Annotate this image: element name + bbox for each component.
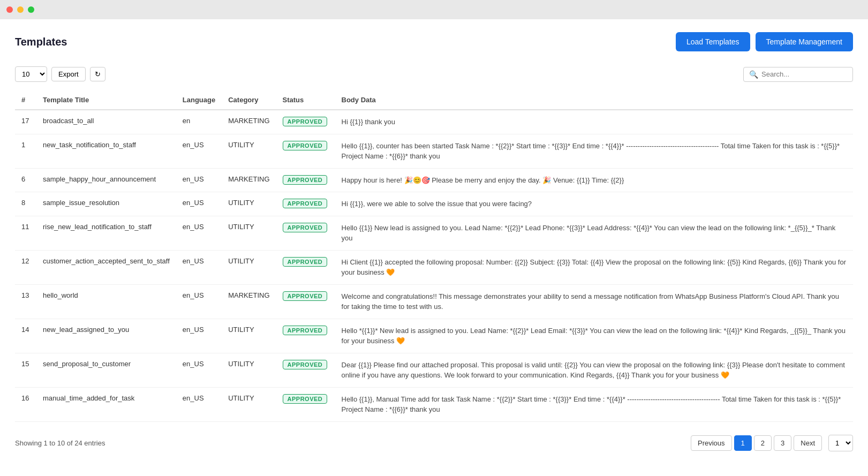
status-badge: APPROVED (283, 175, 328, 185)
table-header-row: # Template Title Language Category Statu… (15, 90, 853, 110)
col-header-language: Language (176, 90, 222, 110)
cell-language: en_US (176, 387, 222, 421)
minimize-dot[interactable] (17, 6, 24, 13)
table-row: 12customer_action_accepted_sent_to_staff… (15, 250, 853, 284)
page-3-button[interactable]: 3 (774, 435, 791, 451)
cell-num: 17 (15, 110, 36, 134)
cell-language: en_US (176, 353, 222, 387)
cell-category: UTILITY (222, 319, 276, 353)
load-templates-button[interactable]: Load Templates (676, 32, 750, 51)
cell-body: Hello {{1}}, counter has been started Ta… (335, 134, 853, 168)
cell-status: APPROVED (276, 250, 335, 284)
cell-num: 13 (15, 284, 36, 319)
status-badge: APPROVED (283, 394, 328, 404)
main-container: Templates Load Templates Template Manage… (0, 19, 868, 476)
page-2-button[interactable]: 2 (754, 435, 772, 451)
cell-category: MARKETING (222, 168, 276, 192)
status-badge: APPROVED (283, 199, 328, 208)
maximize-dot[interactable] (28, 6, 34, 13)
status-badge: APPROVED (283, 141, 328, 150)
cell-num: 8 (15, 192, 36, 216)
refresh-icon: ↻ (95, 70, 101, 78)
cell-status: APPROVED (276, 387, 335, 421)
cell-title: rise_new_lead_notification_to_staff (36, 216, 176, 250)
next-button[interactable]: Next (794, 435, 822, 451)
table-row: 15send_proposal_to_customeren_USUTILITYA… (15, 353, 853, 387)
templates-table: # Template Title Language Category Statu… (15, 90, 853, 422)
cell-category: UTILITY (222, 250, 276, 284)
cell-status: APPROVED (276, 192, 335, 216)
cell-language: en_US (176, 250, 222, 284)
cell-title: sample_happy_hour_announcement (36, 168, 176, 192)
template-management-button[interactable]: Template Management (756, 32, 853, 51)
footer: Showing 1 to 10 of 24 entries Previous 1… (15, 435, 853, 451)
cell-title: new_task_notification_to_staff (36, 134, 176, 168)
cell-category: UTILITY (222, 353, 276, 387)
cell-title: sample_issue_resolution (36, 192, 176, 216)
cell-body: Welcome and congratulations!! This messa… (335, 284, 853, 319)
export-button[interactable]: Export (51, 67, 86, 81)
page-size-select[interactable]: 1 2 3 (828, 435, 853, 451)
table-row: 1new_task_notification_to_staffen_USUTIL… (15, 134, 853, 168)
col-header-title: Template Title (36, 90, 176, 110)
status-badge: APPROVED (283, 360, 328, 369)
cell-num: 6 (15, 168, 36, 192)
cell-num: 11 (15, 216, 36, 250)
col-header-num: # (15, 90, 36, 110)
cell-body: Hi {{1}}, were we able to solve the issu… (335, 192, 853, 216)
table-row: 11rise_new_lead_notification_to_staffen_… (15, 216, 853, 250)
table-row: 16manual_time_added_for_tasken_USUTILITY… (15, 387, 853, 421)
close-dot[interactable] (6, 6, 13, 13)
table-row: 14new_lead_assigned_to_youen_USUTILITYAP… (15, 319, 853, 353)
table-row: 8sample_issue_resolutionen_USUTILITYAPPR… (15, 192, 853, 216)
status-badge: APPROVED (283, 326, 328, 335)
title-bar (0, 0, 868, 19)
table-header: # Template Title Language Category Statu… (15, 90, 853, 110)
col-header-category: Category (222, 90, 276, 110)
status-badge: APPROVED (283, 291, 328, 301)
table-row: 6sample_happy_hour_announcementen_USMARK… (15, 168, 853, 192)
toolbar: 10 25 50 100 Export ↻ 🔍 (15, 66, 853, 82)
page-header: Templates Load Templates Template Manage… (15, 32, 853, 51)
cell-body: Dear {{1}} Please find our attached prop… (335, 353, 853, 387)
col-header-status: Status (276, 90, 335, 110)
status-badge: APPROVED (283, 223, 328, 232)
cell-status: APPROVED (276, 110, 335, 134)
cell-body: Hello {{1}}, Manual Time add for task Ta… (335, 387, 853, 421)
refresh-button[interactable]: ↻ (90, 67, 105, 81)
prev-button[interactable]: Previous (691, 435, 732, 451)
cell-category: UTILITY (222, 192, 276, 216)
search-input[interactable] (761, 70, 847, 78)
cell-title: new_lead_assigned_to_you (36, 319, 176, 353)
cell-status: APPROVED (276, 216, 335, 250)
cell-title: hello_world (36, 284, 176, 319)
header-buttons: Load Templates Template Management (676, 32, 853, 51)
cell-language: en_US (176, 134, 222, 168)
pagination-container: Previous 1 2 3 Next 1 2 3 (691, 435, 853, 451)
cell-num: 12 (15, 250, 36, 284)
status-badge: APPROVED (283, 257, 328, 267)
cell-language: en_US (176, 319, 222, 353)
page-1-button[interactable]: 1 (734, 435, 752, 451)
cell-language: en (176, 110, 222, 134)
cell-category: UTILITY (222, 216, 276, 250)
cell-language: en_US (176, 216, 222, 250)
cell-category: UTILITY (222, 134, 276, 168)
cell-title: manual_time_added_for_task (36, 387, 176, 421)
cell-category: MARKETING (222, 284, 276, 319)
cell-body: Hi Client {{1}} accepted the following p… (335, 250, 853, 284)
cell-status: APPROVED (276, 134, 335, 168)
cell-language: en_US (176, 284, 222, 319)
cell-language: en_US (176, 168, 222, 192)
cell-status: APPROVED (276, 319, 335, 353)
page-title: Templates (15, 36, 67, 48)
cell-num: 15 (15, 353, 36, 387)
table-row: 13hello_worlden_USMARKETINGAPPROVEDWelco… (15, 284, 853, 319)
cell-category: MARKETING (222, 110, 276, 134)
per-page-select[interactable]: 10 25 50 100 (15, 66, 47, 82)
cell-body: Hi {{1}} thank you (335, 110, 853, 134)
status-badge: APPROVED (283, 117, 328, 126)
search-box: 🔍 (743, 67, 853, 82)
table-body: 17broadcast_to_allenMARKETINGAPPROVEDHi … (15, 110, 853, 421)
cell-category: UTILITY (222, 387, 276, 421)
